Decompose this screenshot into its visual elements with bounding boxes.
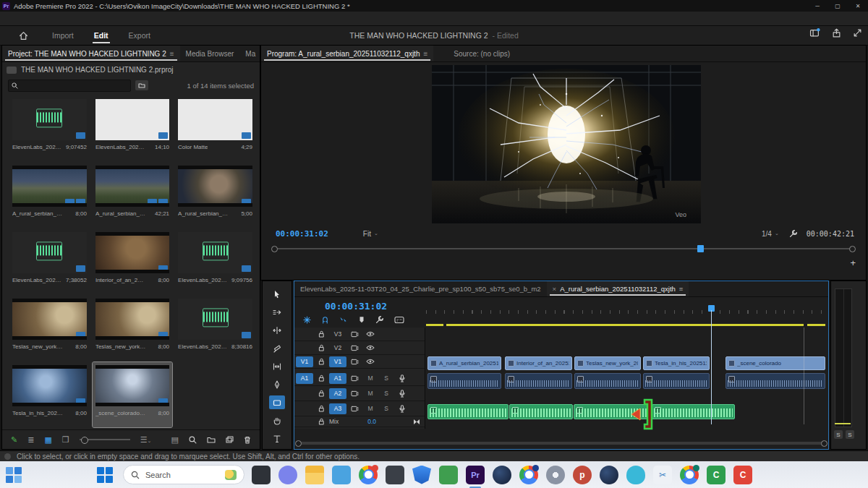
audio-track-header[interactable]: A2 M S xyxy=(294,386,425,401)
tab-import[interactable]: Import xyxy=(42,26,84,45)
project-item[interactable]: Tesla_in_his_2025110... 8;00 xyxy=(9,362,90,427)
track-lock-icon[interactable] xyxy=(313,344,329,351)
taskbar-icon-dark-app[interactable] xyxy=(386,466,404,484)
mix-track-header[interactable]: Mix 0.0 xyxy=(294,416,425,427)
project-writable-icon[interactable]: ✎ xyxy=(11,435,17,445)
add-marker-icon[interactable] xyxy=(358,316,365,324)
taskbar-icon-brain-app[interactable] xyxy=(626,466,645,484)
taskbar-icon-settings[interactable] xyxy=(546,466,565,484)
project-item[interactable]: ElevenLabs_2025-11-... 14;10 xyxy=(93,96,172,161)
tab-source[interactable]: Source: (no clips) xyxy=(448,46,516,61)
video-clip[interactable]: _scene_colorado xyxy=(726,356,825,370)
scrubber-end-handle[interactable] xyxy=(849,246,856,252)
search-bin-button[interactable] xyxy=(135,80,148,90)
project-item[interactable]: Interior_of_an_202511... 8;00 xyxy=(93,229,172,294)
mix-volume-value[interactable]: 0.0 xyxy=(367,418,376,425)
track-select-forward-tool[interactable] xyxy=(269,305,285,319)
taskbar-icon-chrome-profile-3[interactable] xyxy=(680,466,699,484)
voiceover-record-mic-icon[interactable] xyxy=(394,390,410,398)
linked-selection-icon[interactable] xyxy=(339,316,348,324)
tab-program[interactable]: Program: A_rural_serbian_202511032112_qx… xyxy=(261,46,433,61)
track-target-badge[interactable]: A3 xyxy=(329,403,346,414)
taskbar-icon-red-c-app[interactable]: C xyxy=(733,466,752,484)
video-clip[interactable]: Tesla_in_his_20251103 xyxy=(643,356,710,370)
solo-right-button[interactable]: S xyxy=(846,430,854,439)
maximize-button[interactable]: ▢ xyxy=(827,3,848,9)
new-bin-icon[interactable] xyxy=(207,436,216,443)
panel-menu-icon[interactable]: ≡ xyxy=(679,285,684,293)
project-item[interactable]: Teslas_new_york_202... 8;00 xyxy=(9,296,90,361)
zoom-scroll-end-handle[interactable] xyxy=(821,440,827,447)
video-clip[interactable]: Teslas_new_york_2025 xyxy=(574,356,641,370)
nest-sequences-icon[interactable] xyxy=(303,316,311,324)
toggle-track-output-eye-icon[interactable] xyxy=(362,345,378,351)
scrubber-start-handle[interactable] xyxy=(271,246,278,252)
track-target-badge[interactable]: V2 xyxy=(329,343,346,354)
zoom-level-select[interactable]: Fit⌄ xyxy=(363,230,378,238)
project-item[interactable]: A_rural_serbian_202... 42;21 xyxy=(93,163,172,228)
tab-markers-truncated[interactable]: Ma xyxy=(239,46,260,61)
icon-view-button[interactable]: ▦ xyxy=(44,435,51,445)
video-track-header[interactable]: V2 xyxy=(294,341,425,355)
video-track-header[interactable]: V3 xyxy=(294,328,425,341)
home-icon[interactable] xyxy=(19,31,28,40)
video-clip[interactable]: A_rural_serbian_20251 xyxy=(427,356,501,370)
source-patch-badge[interactable]: A1 xyxy=(296,373,313,384)
snap-icon[interactable] xyxy=(321,316,329,324)
sync-lock-icon[interactable] xyxy=(346,390,362,397)
fullscreen-icon[interactable] xyxy=(853,28,862,38)
taskbar-icon-chrome[interactable] xyxy=(359,466,378,484)
automate-to-sequence-button[interactable]: ▤ xyxy=(171,435,179,445)
audio-clip[interactable] xyxy=(726,373,825,389)
rectangle-tool[interactable] xyxy=(269,395,285,409)
track-lock-icon[interactable] xyxy=(313,330,329,338)
project-item[interactable]: _scene_colorado_2025... 8;00 xyxy=(93,362,172,427)
track-lock-icon[interactable] xyxy=(313,358,329,365)
source-patch-badge[interactable]: V1 xyxy=(296,356,313,367)
ripple-edit-tool[interactable] xyxy=(269,323,285,337)
list-view-button[interactable]: ≣ xyxy=(27,435,34,445)
video-clip[interactable]: Interior_of_an_2025110 xyxy=(505,356,572,370)
track-lock-icon[interactable] xyxy=(313,390,329,397)
track-target-badge[interactable]: A2 xyxy=(329,388,346,399)
new-item-icon[interactable] xyxy=(226,436,234,443)
sync-lock-icon[interactable] xyxy=(346,406,362,412)
hand-tool[interactable] xyxy=(269,414,285,427)
track-lock-icon[interactable] xyxy=(313,374,329,382)
thumbnail-zoom-slider[interactable] xyxy=(80,439,130,440)
taskbar-icon-dark-circle-app[interactable] xyxy=(493,466,511,484)
taskbar-icon-task-view[interactable] xyxy=(252,466,271,484)
settings-wrench-icon[interactable] xyxy=(789,229,798,238)
audio-clip[interactable] xyxy=(574,373,641,389)
voiceover-clip[interactable] xyxy=(509,404,573,419)
timeline-timecode[interactable]: 00:00:31:02 xyxy=(325,301,387,312)
audio-clip[interactable] xyxy=(505,373,572,389)
voiceover-record-mic-icon[interactable] xyxy=(394,374,410,382)
track-a1-lane[interactable] xyxy=(426,373,825,389)
tab-export[interactable]: Export xyxy=(119,26,161,45)
tab-project[interactable]: Project: THE MAN WHO HACKED LIGHTNING 2 … xyxy=(2,46,180,61)
project-item[interactable]: Teslas_new_york_202... 8;00 xyxy=(93,296,172,361)
start-button[interactable] xyxy=(97,467,113,483)
taskbar-icon-snipping-tool[interactable]: ✂ xyxy=(653,466,672,484)
mute-button[interactable]: M xyxy=(362,374,378,382)
widgets-button[interactable] xyxy=(6,467,22,483)
taskbar-icon-red-p-app[interactable]: p xyxy=(573,466,592,484)
project-item[interactable]: ElevenLabs_2025-... 7;38052 xyxy=(9,229,90,294)
project-search-box[interactable] xyxy=(8,80,131,92)
pen-tool[interactable] xyxy=(269,377,285,391)
audio-clip[interactable] xyxy=(427,373,501,389)
project-item[interactable]: A_rural_serbian_2025... 5;00 xyxy=(175,163,255,228)
timeline-ruler[interactable] xyxy=(426,299,825,328)
track-v1-lane[interactable]: A_rural_serbian_20251 Interior_of_an_202… xyxy=(426,356,825,370)
captions-icon[interactable] xyxy=(394,316,404,324)
taskbar-search[interactable]: Search xyxy=(123,465,244,484)
button-editor-plus[interactable]: + xyxy=(850,257,856,268)
project-item[interactable]: ElevenLabs_2025-... 8;30816 xyxy=(175,296,255,361)
program-playhead[interactable] xyxy=(697,245,704,252)
timeline-settings-wrench-icon[interactable] xyxy=(375,315,384,324)
timeline-horizontal-scrollbar[interactable] xyxy=(297,442,825,445)
taskbar-icon-this-pc[interactable] xyxy=(332,466,351,484)
sync-lock-icon[interactable] xyxy=(346,345,362,351)
voiceover-clip[interactable] xyxy=(427,404,509,419)
